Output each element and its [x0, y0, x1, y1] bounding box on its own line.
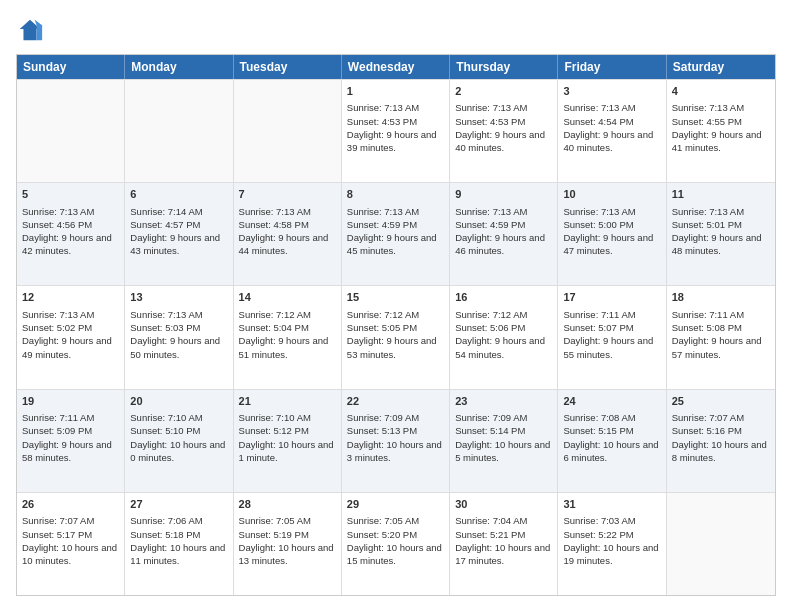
calendar-row: 19Sunrise: 7:11 AMSunset: 5:09 PMDayligh… — [17, 389, 775, 492]
day-info: Daylight: 10 hours and 17 minutes. — [455, 541, 552, 568]
day-number: 4 — [672, 84, 770, 99]
day-number: 14 — [239, 290, 336, 305]
calendar-cell: 30Sunrise: 7:04 AMSunset: 5:21 PMDayligh… — [450, 493, 558, 595]
day-info: Sunset: 5:05 PM — [347, 321, 444, 334]
calendar-row: 12Sunrise: 7:13 AMSunset: 5:02 PMDayligh… — [17, 285, 775, 388]
day-info: Daylight: 9 hours and 48 minutes. — [672, 231, 770, 258]
day-number: 25 — [672, 394, 770, 409]
day-info: Sunset: 5:04 PM — [239, 321, 336, 334]
day-info: Sunset: 4:58 PM — [239, 218, 336, 231]
day-info: Sunrise: 7:13 AM — [347, 205, 444, 218]
logo — [16, 16, 48, 44]
day-number: 11 — [672, 187, 770, 202]
calendar-body: 1Sunrise: 7:13 AMSunset: 4:53 PMDaylight… — [17, 79, 775, 595]
day-number: 24 — [563, 394, 660, 409]
day-info: Sunset: 5:02 PM — [22, 321, 119, 334]
day-info: Sunset: 5:12 PM — [239, 424, 336, 437]
day-number: 8 — [347, 187, 444, 202]
day-info: Daylight: 9 hours and 51 minutes. — [239, 334, 336, 361]
day-info: Sunrise: 7:12 AM — [239, 308, 336, 321]
day-info: Sunrise: 7:11 AM — [563, 308, 660, 321]
day-info: Daylight: 9 hours and 46 minutes. — [455, 231, 552, 258]
page: SundayMondayTuesdayWednesdayThursdayFrid… — [0, 0, 792, 612]
day-info: Sunrise: 7:05 AM — [239, 514, 336, 527]
calendar-cell: 10Sunrise: 7:13 AMSunset: 5:00 PMDayligh… — [558, 183, 666, 285]
day-number: 5 — [22, 187, 119, 202]
day-info: Sunset: 5:15 PM — [563, 424, 660, 437]
header — [16, 16, 776, 44]
day-number: 2 — [455, 84, 552, 99]
calendar-header: SundayMondayTuesdayWednesdayThursdayFrid… — [17, 55, 775, 79]
day-info: Sunrise: 7:08 AM — [563, 411, 660, 424]
day-info: Sunset: 4:56 PM — [22, 218, 119, 231]
day-info: Sunset: 5:08 PM — [672, 321, 770, 334]
calendar-cell: 25Sunrise: 7:07 AMSunset: 5:16 PMDayligh… — [667, 390, 775, 492]
day-number: 20 — [130, 394, 227, 409]
day-info: Sunset: 4:59 PM — [347, 218, 444, 231]
day-number: 28 — [239, 497, 336, 512]
day-info: Daylight: 9 hours and 57 minutes. — [672, 334, 770, 361]
day-info: Sunrise: 7:13 AM — [130, 308, 227, 321]
day-number: 1 — [347, 84, 444, 99]
calendar-cell: 9Sunrise: 7:13 AMSunset: 4:59 PMDaylight… — [450, 183, 558, 285]
day-info: Sunset: 4:55 PM — [672, 115, 770, 128]
day-info: Sunrise: 7:06 AM — [130, 514, 227, 527]
day-info: Sunset: 5:00 PM — [563, 218, 660, 231]
calendar-cell: 1Sunrise: 7:13 AMSunset: 4:53 PMDaylight… — [342, 80, 450, 182]
calendar-cell: 15Sunrise: 7:12 AMSunset: 5:05 PMDayligh… — [342, 286, 450, 388]
day-number: 15 — [347, 290, 444, 305]
day-info: Sunset: 4:59 PM — [455, 218, 552, 231]
day-info: Sunset: 5:19 PM — [239, 528, 336, 541]
day-info: Daylight: 9 hours and 58 minutes. — [22, 438, 119, 465]
day-number: 10 — [563, 187, 660, 202]
day-info: Sunset: 4:54 PM — [563, 115, 660, 128]
day-info: Sunrise: 7:05 AM — [347, 514, 444, 527]
calendar-row: 5Sunrise: 7:13 AMSunset: 4:56 PMDaylight… — [17, 182, 775, 285]
day-info: Sunrise: 7:12 AM — [455, 308, 552, 321]
day-info: Sunset: 5:20 PM — [347, 528, 444, 541]
day-info: Daylight: 9 hours and 55 minutes. — [563, 334, 660, 361]
day-info: Sunset: 4:57 PM — [130, 218, 227, 231]
day-info: Daylight: 9 hours and 42 minutes. — [22, 231, 119, 258]
day-number: 27 — [130, 497, 227, 512]
day-info: Sunrise: 7:14 AM — [130, 205, 227, 218]
day-info: Daylight: 10 hours and 3 minutes. — [347, 438, 444, 465]
day-info: Daylight: 9 hours and 40 minutes. — [455, 128, 552, 155]
day-info: Sunrise: 7:13 AM — [563, 205, 660, 218]
day-info: Daylight: 10 hours and 8 minutes. — [672, 438, 770, 465]
day-info: Daylight: 9 hours and 54 minutes. — [455, 334, 552, 361]
calendar-cell: 8Sunrise: 7:13 AMSunset: 4:59 PMDaylight… — [342, 183, 450, 285]
day-info: Daylight: 10 hours and 5 minutes. — [455, 438, 552, 465]
day-number: 7 — [239, 187, 336, 202]
day-number: 23 — [455, 394, 552, 409]
day-info: Daylight: 9 hours and 45 minutes. — [347, 231, 444, 258]
day-number: 12 — [22, 290, 119, 305]
day-info: Daylight: 10 hours and 0 minutes. — [130, 438, 227, 465]
day-info: Sunset: 5:16 PM — [672, 424, 770, 437]
day-info: Daylight: 9 hours and 47 minutes. — [563, 231, 660, 258]
calendar-cell: 20Sunrise: 7:10 AMSunset: 5:10 PMDayligh… — [125, 390, 233, 492]
calendar-cell — [667, 493, 775, 595]
day-info: Sunrise: 7:13 AM — [22, 308, 119, 321]
day-info: Sunset: 5:09 PM — [22, 424, 119, 437]
day-number: 13 — [130, 290, 227, 305]
day-info: Sunset: 4:53 PM — [347, 115, 444, 128]
calendar-cell: 27Sunrise: 7:06 AMSunset: 5:18 PMDayligh… — [125, 493, 233, 595]
calendar-cell — [234, 80, 342, 182]
calendar: SundayMondayTuesdayWednesdayThursdayFrid… — [16, 54, 776, 596]
day-info: Sunset: 5:13 PM — [347, 424, 444, 437]
day-info: Sunset: 5:10 PM — [130, 424, 227, 437]
day-number: 26 — [22, 497, 119, 512]
day-info: Sunset: 5:18 PM — [130, 528, 227, 541]
day-info: Daylight: 10 hours and 10 minutes. — [22, 541, 119, 568]
day-info: Daylight: 9 hours and 43 minutes. — [130, 231, 227, 258]
day-info: Daylight: 9 hours and 41 minutes. — [672, 128, 770, 155]
day-info: Sunset: 4:53 PM — [455, 115, 552, 128]
calendar-cell — [17, 80, 125, 182]
calendar-row: 1Sunrise: 7:13 AMSunset: 4:53 PMDaylight… — [17, 79, 775, 182]
calendar-cell: 3Sunrise: 7:13 AMSunset: 4:54 PMDaylight… — [558, 80, 666, 182]
day-number: 6 — [130, 187, 227, 202]
day-info: Daylight: 9 hours and 40 minutes. — [563, 128, 660, 155]
day-number: 16 — [455, 290, 552, 305]
calendar-cell: 23Sunrise: 7:09 AMSunset: 5:14 PMDayligh… — [450, 390, 558, 492]
